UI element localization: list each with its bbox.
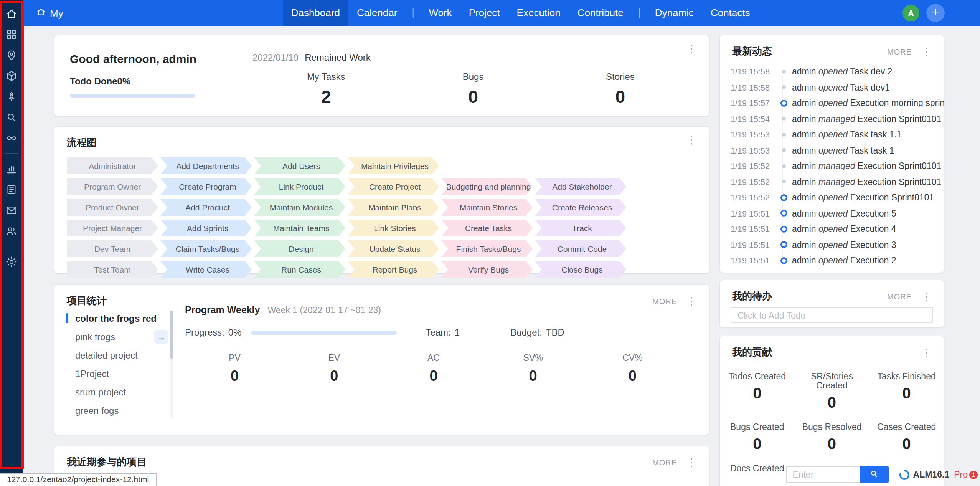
kebab-menu-icon[interactable]: ⋮ xyxy=(919,291,933,302)
flow-step[interactable]: Link Product xyxy=(254,178,345,195)
project-list-item[interactable]: srum project xyxy=(54,383,171,402)
flow-step[interactable]: Verify Bugs xyxy=(441,261,533,278)
kebab-menu-icon[interactable]: ⋮ xyxy=(685,457,698,468)
weekly-title-row: Program Weekly Week 1 (2022-01-17 ~01-23… xyxy=(185,305,695,316)
search-button[interactable] xyxy=(860,466,889,483)
metric-label: CV% xyxy=(583,353,682,362)
settings-gear-icon[interactable] xyxy=(0,251,23,272)
nav-item-work[interactable]: Work xyxy=(420,0,460,26)
dynamic-object-link[interactable]: Execution 1 xyxy=(850,272,896,273)
flow-step[interactable]: Maintain Teams xyxy=(254,220,345,236)
flow-step[interactable]: Add Users xyxy=(254,157,345,174)
flow-step[interactable]: Design xyxy=(254,240,345,257)
dynamic-object-link[interactable]: Execution 3 xyxy=(850,240,896,250)
go-to-project-button[interactable]: → xyxy=(154,330,168,344)
project-list-item[interactable]: green fogs xyxy=(54,402,171,420)
devops-infinity-icon[interactable] xyxy=(0,127,23,148)
dynamic-object-link[interactable]: Task dev1 xyxy=(850,83,890,92)
flow-step[interactable]: Commit Code xyxy=(535,240,626,257)
dynamic-actor: admin xyxy=(792,177,816,187)
kebab-menu-icon[interactable]: ⋮ xyxy=(919,347,933,358)
flow-step[interactable]: Close Bugs xyxy=(535,261,626,278)
more-link[interactable]: MORE xyxy=(887,47,912,56)
admin-users-icon[interactable] xyxy=(0,220,23,241)
dynamic-object-link[interactable]: Execution 2 xyxy=(850,256,896,265)
flow-step[interactable]: Add Departments xyxy=(160,157,252,174)
flow-step[interactable]: Write Cases xyxy=(160,261,252,278)
timeline-dot-box xyxy=(775,70,792,74)
nav-item-dynamic[interactable]: Dynamic xyxy=(647,0,702,26)
flow-step[interactable]: Add Sprints xyxy=(160,220,252,236)
card-title: 我近期参与的项目 xyxy=(67,455,147,469)
dynamic-object-link[interactable]: Execution Sprint0101 xyxy=(858,114,942,124)
flow-step[interactable]: Link Stories xyxy=(348,220,439,236)
dynamic-item: 1/19 15:51adminopenedExecution 2 xyxy=(720,253,944,268)
weekly-title: Program Weekly xyxy=(185,305,260,316)
card-header: 我近期参与的项目 MORE ⋮ xyxy=(54,446,709,469)
flow-step[interactable]: Run Cases xyxy=(254,261,345,278)
dynamic-object-link[interactable]: Execution 4 xyxy=(850,225,896,234)
global-add-button[interactable]: + xyxy=(926,4,945,22)
program-pin-icon[interactable] xyxy=(0,45,23,65)
project-list-item[interactable]: 1Project xyxy=(54,365,171,383)
feedback-mail-icon[interactable] xyxy=(0,200,23,220)
contribution-value: 0 xyxy=(720,435,795,453)
bi-chart-icon[interactable] xyxy=(0,158,23,179)
project-list: color the frogs redpink frogs→detailed p… xyxy=(54,309,171,420)
dynamic-object-link[interactable]: Execution Sprint0101 xyxy=(850,193,934,202)
product-cube-icon[interactable] xyxy=(0,65,23,86)
more-link[interactable]: MORE xyxy=(887,292,912,301)
more-link[interactable]: MORE xyxy=(652,297,677,305)
flow-step[interactable]: Maintain Privileges xyxy=(348,157,439,174)
flow-step[interactable]: Create Tasks xyxy=(441,220,533,236)
nav-item-project[interactable]: Project xyxy=(460,0,508,26)
dynamic-object-link[interactable]: Execution Sprint0101 xyxy=(858,177,942,187)
timeline-dot xyxy=(780,226,787,233)
flow-step[interactable]: Create Program xyxy=(160,178,252,195)
flow-step[interactable]: Update Status xyxy=(348,240,439,257)
flow-step[interactable]: Add Stakeholder xyxy=(535,178,626,195)
doc-list-icon[interactable] xyxy=(0,179,23,200)
flow-step[interactable]: Track xyxy=(535,220,626,236)
flow-step[interactable]: Maintain Stories xyxy=(441,199,533,216)
add-todo-input[interactable] xyxy=(731,307,933,323)
flow-step[interactable]: Maintain Modules xyxy=(254,199,345,216)
more-link[interactable]: MORE xyxy=(652,458,677,466)
kebab-menu-icon[interactable]: ⋮ xyxy=(685,43,698,54)
flow-step[interactable]: Add Product xyxy=(160,199,252,216)
dynamic-object-link[interactable]: Task dev 2 xyxy=(850,67,892,76)
timeline-dot xyxy=(780,241,787,248)
brand-my[interactable]: My xyxy=(23,7,63,19)
global-search-input[interactable] xyxy=(786,466,860,483)
project-list-item[interactable]: color the frogs red xyxy=(54,309,171,328)
home-icon[interactable] xyxy=(0,3,23,24)
flow-step[interactable]: Finish Tasks/Bugs xyxy=(441,240,533,257)
project-list-item[interactable]: pink frogs→ xyxy=(54,328,171,346)
dynamic-object-link[interactable]: Execution 5 xyxy=(850,209,896,218)
avatar[interactable]: A xyxy=(902,5,919,21)
dynamic-object-link[interactable]: Execution Sprint0101 xyxy=(858,162,942,171)
nav-item-calendar[interactable]: Calendar xyxy=(348,0,406,26)
dashboard-grid-icon[interactable] xyxy=(0,24,23,45)
flow-step[interactable]: Report Bugs xyxy=(348,261,439,278)
dynamic-object-link[interactable]: Task task 1 xyxy=(850,146,894,155)
nav-item-contribute[interactable]: Contribute xyxy=(569,0,632,26)
flow-step[interactable]: Create Releases xyxy=(535,199,626,216)
scrollbar-thumb[interactable] xyxy=(170,311,173,359)
dynamic-object-link[interactable]: Execution morning sprint xyxy=(850,99,944,108)
project-list-item[interactable]: detailed project xyxy=(54,346,171,365)
flow-step[interactable]: Create Project xyxy=(348,178,439,195)
kebab-menu-icon[interactable]: ⋮ xyxy=(685,134,698,145)
flow-step[interactable]: Maintain Plans xyxy=(348,199,439,216)
nav-item-contacts[interactable]: Contacts xyxy=(702,0,759,26)
flow-step[interactable]: Claim Tasks/Bugs xyxy=(160,240,252,257)
notification-badge[interactable]: 1 xyxy=(969,470,978,479)
nav-item-execution[interactable]: Execution xyxy=(508,0,569,26)
qa-search-icon[interactable] xyxy=(0,107,23,127)
dynamic-object-link[interactable]: Task task 1.1 xyxy=(850,130,901,139)
kebab-menu-icon[interactable]: ⋮ xyxy=(919,46,933,57)
nav-item-dashboard[interactable]: Dashboard xyxy=(283,0,348,26)
flow-step[interactable]: Budgeting and planning xyxy=(441,178,533,195)
card-header: 我的贡献 ⋮ xyxy=(720,336,944,359)
project-rocket-icon[interactable] xyxy=(0,86,23,107)
